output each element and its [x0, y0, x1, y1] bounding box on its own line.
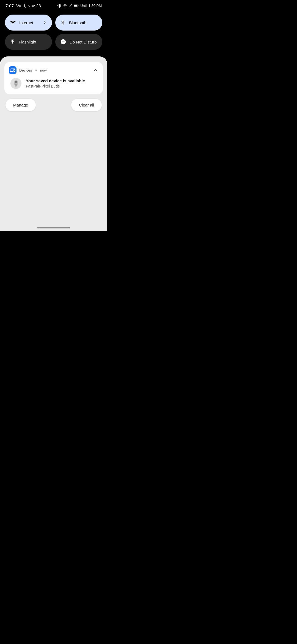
clear-all-button[interactable]: Clear all [71, 99, 102, 111]
status-icons: Until 1:30 PM [57, 4, 102, 8]
bluetooth-tile[interactable]: Bluetooth [55, 15, 102, 31]
home-indicator [0, 222, 107, 231]
action-buttons: Manage Clear all [4, 98, 103, 111]
notification-panel: Devices • now [0, 56, 107, 222]
notif-dot: • [35, 68, 37, 73]
notif-app-name: Devices [19, 68, 32, 72]
notification-header-left: Devices • now [9, 66, 47, 74]
dnd-tile[interactable]: Do Not Disturb [55, 34, 102, 50]
battery-text: Until 1:30 PM [80, 4, 102, 8]
bluetooth-tile-icon [60, 20, 66, 26]
flashlight-tile-label: Flashlight [19, 40, 36, 44]
svg-rect-2 [74, 5, 77, 6]
notification-body: Your saved device is available FastPair-… [9, 77, 98, 89]
signal-icon [68, 4, 73, 8]
devices-app-icon [9, 66, 16, 74]
status-bar: 7:07 Wed, Nov 23 Until 1:30 PM [0, 0, 107, 10]
notif-text-content: Your saved device is available FastPair-… [26, 78, 85, 88]
notif-title: Your saved device is available [26, 78, 85, 83]
battery-icon [74, 4, 79, 8]
wifi-tile-icon [10, 20, 16, 26]
notification-header: Devices • now [9, 66, 98, 74]
svg-rect-7 [15, 85, 16, 88]
vibrate-icon [57, 4, 62, 8]
wifi-icon [63, 4, 67, 8]
svg-point-5 [15, 81, 17, 83]
flashlight-tile-icon [10, 39, 15, 45]
status-time: 7:07 Wed, Nov 23 [6, 3, 41, 8]
internet-tile-label: Internet [19, 20, 33, 25]
internet-chevron-icon [43, 20, 47, 25]
dnd-tile-label: Do Not Disturb [70, 40, 97, 44]
notif-subtitle: FastPair-Pixel Buds [26, 84, 85, 88]
quick-settings: Internet Bluetooth Flashlight [0, 10, 107, 56]
notification-card: Devices • now [4, 62, 103, 94]
flashlight-tile[interactable]: Flashlight [5, 34, 52, 50]
home-bar [37, 227, 70, 228]
notif-time: now [40, 68, 47, 72]
manage-button[interactable]: Manage [6, 99, 36, 111]
dnd-tile-icon [60, 39, 66, 45]
pixel-buds-icon [10, 77, 22, 89]
bluetooth-tile-label: Bluetooth [69, 20, 86, 25]
svg-rect-1 [78, 5, 79, 6]
notif-expand-icon[interactable] [92, 67, 98, 73]
internet-tile[interactable]: Internet [5, 15, 52, 31]
